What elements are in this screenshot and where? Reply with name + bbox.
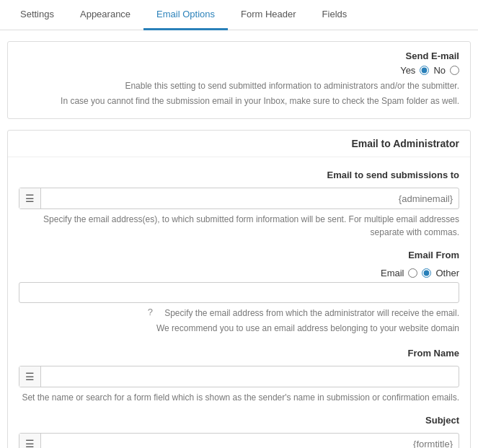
email-from-label: Email From — [19, 246, 459, 264]
email-radio-label: Email — [381, 268, 404, 278]
email-from-field-row: Email From Email Other ? Specify the ema… — [19, 246, 459, 337]
no-radio[interactable] — [450, 66, 459, 75]
send-email-help2: In case you cannot find the submission e… — [19, 95, 459, 107]
subject-label: Subject — [19, 411, 459, 429]
from-name-help: Set the name or search for a form field … — [19, 391, 459, 404]
tab-email-options[interactable]: Email Options — [143, 0, 228, 30]
other-radio-label: Other — [435, 268, 459, 278]
tab-form-header[interactable]: Form Header — [228, 0, 309, 30]
tab-fields[interactable]: Fields — [309, 0, 360, 30]
tab-appearance[interactable]: Appearance — [67, 0, 143, 30]
yes-radio[interactable] — [420, 66, 429, 75]
send-email-label: Send E-mail — [406, 50, 459, 61]
email-to-field-row: Email to send submissions to ☰ Specify t… — [19, 166, 459, 239]
send-email-card: Send E-mail Yes No Enable this setting t… — [7, 41, 471, 119]
help-icon: ? — [148, 307, 153, 317]
send-email-radio-group: Yes No — [19, 65, 459, 76]
email-to-input-group: ☰ — [19, 188, 459, 209]
email-from-help-row: ? Specify the email address from which t… — [19, 307, 459, 337]
subject-input[interactable] — [41, 434, 459, 449]
email-to-help: Specify the email address(es), to which … — [19, 213, 459, 239]
email-to-input[interactable] — [41, 189, 459, 208]
tab-settings[interactable]: Settings — [7, 0, 67, 30]
yes-radio-label: Yes — [400, 65, 415, 76]
email-from-input[interactable] — [19, 282, 459, 303]
subject-input-group: ☰ — [19, 433, 459, 448]
from-name-field-row: From Name ☰ Set the name or search for a… — [19, 344, 459, 404]
admin-email-card: Email to Administrator Email to send sub… — [7, 130, 471, 448]
tab-navigation: Settings Appearance Email Options Form H… — [0, 0, 478, 30]
email-from-help1: Specify the email address from which the… — [156, 307, 459, 320]
send-email-help1: Enable this setting to send submitted in… — [19, 79, 459, 92]
email-from-radio-group: Email Other — [19, 268, 459, 278]
email-from-help2: We recommend you to use an email address… — [156, 322, 459, 335]
no-radio-label: No — [433, 65, 446, 76]
email-to-label: Email to send submissions to — [19, 166, 459, 184]
subject-field-row: Subject ☰ Add a custom subject or search… — [19, 411, 459, 448]
subject-icon[interactable]: ☰ — [19, 434, 41, 448]
from-name-input[interactable] — [41, 367, 459, 387]
email-to-icon[interactable]: ☰ — [19, 188, 41, 208]
from-name-input-group: ☰ — [19, 366, 459, 387]
from-name-icon[interactable]: ☰ — [19, 366, 41, 387]
other-radio[interactable] — [422, 268, 431, 278]
admin-section-heading: Email to Administrator — [8, 131, 470, 157]
email-radio[interactable] — [408, 268, 417, 278]
from-name-label: From Name — [19, 344, 459, 362]
main-content: Send E-mail Yes No Enable this setting t… — [0, 30, 478, 448]
